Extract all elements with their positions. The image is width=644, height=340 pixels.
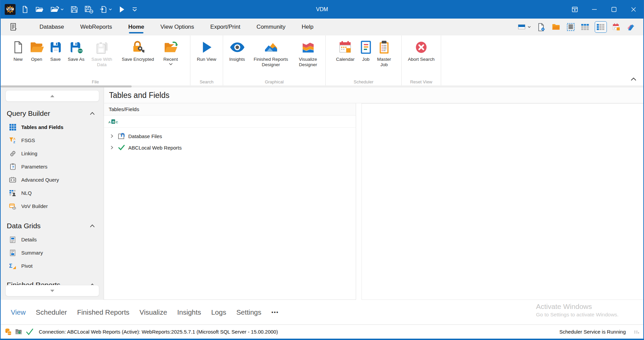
ribbon-group-scheduler: Calendar Job Master Job Scheduler bbox=[326, 35, 402, 85]
chevron-up-icon bbox=[90, 224, 95, 228]
ribbon-finished-reports-designer-button[interactable]: Finished Reports Designer bbox=[249, 39, 293, 78]
chevron-right-icon[interactable] bbox=[109, 145, 115, 151]
sidebar-section-query-builder[interactable]: Query Builder bbox=[1, 106, 104, 121]
ribbon-abort-search-button[interactable]: Abort Search bbox=[406, 39, 437, 78]
ribbon-save-with-data-button[interactable]: Save With Data bbox=[88, 39, 116, 78]
ribbon-save-as-button[interactable]: Save As bbox=[65, 39, 87, 78]
tree-item-label: Database Files bbox=[128, 133, 162, 139]
clear-eraser-button[interactable] bbox=[626, 22, 636, 32]
open-folder-icon bbox=[29, 40, 44, 55]
report-selection-button[interactable] bbox=[566, 22, 576, 32]
tree-item-abclocal-web-reports[interactable]: ABCLocal Web Reports bbox=[104, 142, 356, 153]
chevron-up-icon bbox=[90, 112, 95, 115]
grid-top-row-icon bbox=[581, 23, 590, 31]
sidebar-scroll-down-button[interactable] bbox=[5, 285, 99, 296]
watermark-line1: Activate Windows bbox=[536, 303, 619, 311]
sidebar-item-details[interactable]: Details bbox=[1, 233, 104, 246]
sidebar-item-vov-builder[interactable]: VoV Builder bbox=[1, 200, 104, 213]
tab-finished-reports[interactable]: Finished Reports bbox=[77, 308, 129, 316]
ribbon-item-label: Save With Data bbox=[88, 57, 115, 68]
dock-window-button[interactable] bbox=[565, 0, 585, 19]
menu-home[interactable]: Home bbox=[128, 19, 144, 35]
ribbon-visualize-designer-button[interactable]: Visualize Designer bbox=[293, 39, 323, 78]
minimize-icon bbox=[591, 6, 597, 12]
sort-alphabetical-button[interactable]: ABC bbox=[108, 118, 119, 125]
tab-logs[interactable]: Logs bbox=[211, 308, 226, 316]
view-theme-selector[interactable] bbox=[517, 23, 532, 31]
connection-ok-check-icon bbox=[25, 328, 34, 336]
tab-visualize[interactable]: Visualize bbox=[139, 308, 167, 316]
tab-settings[interactable]: Settings bbox=[236, 308, 261, 316]
open-folder-button[interactable] bbox=[551, 22, 561, 32]
data-grid-view-button[interactable] bbox=[580, 22, 590, 32]
detail-panel bbox=[361, 103, 643, 300]
sidebar-section-data-grids[interactable]: Data Grids bbox=[1, 219, 104, 233]
ribbon-run-view-button[interactable]: Run View bbox=[192, 39, 221, 78]
theme-swatch-icon bbox=[518, 23, 527, 31]
menu-view-options[interactable]: View Options bbox=[160, 19, 194, 35]
sidebar-scroll-up-button[interactable] bbox=[5, 90, 99, 102]
chevron-right-icon[interactable] bbox=[109, 133, 115, 139]
save-with-data-icon bbox=[95, 40, 109, 55]
panel-column-header: Tables/Fields bbox=[104, 103, 356, 115]
tab-more[interactable]: ••• bbox=[271, 309, 279, 315]
maximize-button[interactable] bbox=[604, 0, 624, 19]
tables-fields-view-button[interactable] bbox=[595, 21, 607, 33]
customize-toolbar-button[interactable] bbox=[131, 6, 139, 13]
ribbon-job-button[interactable]: Job bbox=[358, 39, 373, 78]
tab-scheduler[interactable]: Scheduler bbox=[36, 308, 67, 316]
save-icon bbox=[70, 5, 78, 14]
tab-view[interactable]: View bbox=[11, 308, 26, 316]
ribbon-open-button[interactable]: Open bbox=[28, 39, 46, 78]
menu-bar: Database WebReports Home View Options Ex… bbox=[1, 19, 643, 35]
sidebar-item-fsgs[interactable]: AZ FSGS bbox=[1, 134, 104, 147]
menu-webreports[interactable]: WebReports bbox=[80, 19, 112, 35]
menu-help[interactable]: Help bbox=[302, 19, 314, 35]
sidebar-item-pivot[interactable]: Σ Pivot bbox=[1, 259, 104, 272]
section-title: Data Grids bbox=[7, 222, 41, 230]
save-as-button[interactable] bbox=[84, 5, 94, 14]
ribbon-master-job-button[interactable]: Master Job bbox=[374, 39, 394, 78]
ribbon-recent-button[interactable]: Recent bbox=[160, 39, 182, 78]
tab-insights[interactable]: Insights bbox=[177, 308, 201, 316]
menu-export-print[interactable]: Export/Print bbox=[210, 19, 240, 35]
new-document-button[interactable] bbox=[20, 5, 30, 14]
save-button[interactable] bbox=[70, 5, 79, 14]
ribbon-group-label: Reset View bbox=[402, 79, 441, 84]
ribbon-new-button[interactable]: New bbox=[9, 39, 27, 78]
sidebar-item-advanced-query[interactable]: Advanced Query bbox=[1, 173, 104, 186]
ribbon-save-encrypted-button[interactable]: Save Encrypted bbox=[117, 39, 159, 78]
close-button[interactable] bbox=[624, 0, 643, 19]
tree-item-database-files[interactable]: Database Files bbox=[104, 130, 356, 142]
sidebar-item-tables-and-fields[interactable]: Tables and Fields bbox=[1, 121, 104, 134]
scheduler-calendar-button[interactable] bbox=[611, 22, 621, 32]
eraser-icon bbox=[626, 23, 635, 31]
collapse-ribbon-button[interactable] bbox=[630, 76, 637, 83]
report-notes-menu-button[interactable] bbox=[9, 23, 18, 32]
folder-icon bbox=[552, 23, 561, 31]
sidebar-item-parameters[interactable]: ? Parameters bbox=[1, 160, 104, 173]
sidebar-item-label: FSGS bbox=[21, 137, 35, 143]
ribbon-item-label: Visualize Designer bbox=[294, 57, 322, 68]
ribbon-item-label: Save bbox=[50, 57, 61, 62]
ribbon-insights-button[interactable]: Insights bbox=[226, 39, 249, 78]
menu-community[interactable]: Community bbox=[257, 19, 286, 35]
svg-text:B: B bbox=[112, 120, 115, 124]
open-recent-button[interactable] bbox=[50, 5, 65, 14]
ribbon-save-button[interactable]: Save bbox=[47, 39, 65, 78]
document-settings-button[interactable] bbox=[536, 22, 546, 32]
sidebar-item-linking[interactable]: Linking bbox=[1, 147, 104, 160]
open-button[interactable] bbox=[34, 5, 45, 14]
resize-grip[interactable] bbox=[634, 330, 639, 334]
export-document-button[interactable] bbox=[99, 5, 113, 14]
menu-database[interactable]: Database bbox=[39, 19, 64, 35]
run-button[interactable] bbox=[118, 5, 126, 14]
ribbon-calendar-button[interactable]: Calendar bbox=[333, 39, 358, 78]
clipboard-question-icon: ? bbox=[9, 163, 16, 170]
open-folder-arrow-icon bbox=[50, 5, 59, 14]
minimize-button[interactable] bbox=[585, 0, 604, 19]
sidebar-item-summary[interactable]: Summary bbox=[1, 246, 104, 259]
sidebar-item-nlq[interactable]: NLQ bbox=[1, 186, 104, 200]
calendar-icon bbox=[612, 23, 621, 31]
scheduler-status-text: Scheduler Service is Running bbox=[559, 329, 626, 335]
